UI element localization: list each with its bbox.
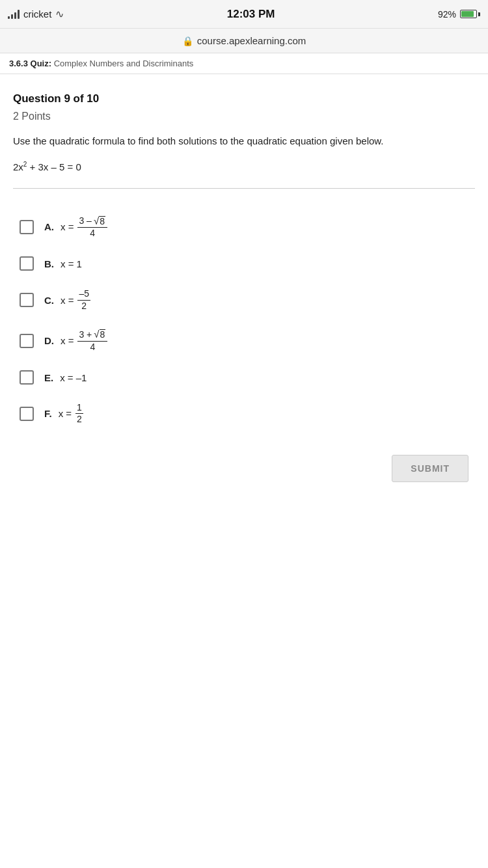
answer-content-a: A. x = 3 – 8 4 (44, 216, 109, 239)
denominator-a: 4 (88, 228, 96, 238)
answer-item-e[interactable]: E. x = –1 (13, 361, 475, 394)
answer-text-d-prefix: x = (61, 335, 74, 346)
answer-text-b: x = 1 (61, 258, 82, 269)
numerator-c: –5 (77, 289, 90, 300)
answer-text-a-prefix: x = (61, 221, 74, 232)
divider (13, 188, 475, 189)
battery-percent: 92% (438, 9, 456, 20)
fraction-a: 3 – 8 4 (77, 216, 107, 239)
answer-content-b: B. x = 1 (44, 258, 82, 269)
answer-text-c-prefix: x = (61, 295, 74, 306)
answer-content-f: F. x = 1 2 (44, 403, 85, 425)
question-text: Use the quadratic formula to find both s… (13, 134, 475, 149)
radical-d: 8 (94, 329, 105, 340)
answer-item-a[interactable]: A. x = 3 – 8 4 (13, 207, 475, 248)
answer-item-d[interactable]: D. x = 3 + 8 4 (13, 320, 475, 361)
numerator-d: 3 + 8 (77, 329, 107, 342)
denominator-d: 4 (88, 342, 96, 352)
checkbox-f[interactable] (20, 407, 34, 421)
fraction-d: 3 + 8 4 (77, 329, 107, 352)
quiz-title: Complex Numbers and Discriminants (54, 59, 194, 68)
battery-icon (460, 10, 480, 18)
answer-label-c: C. (44, 295, 54, 306)
url-bar[interactable]: 🔒 course.apexlearning.com (0, 29, 488, 53)
answer-label-b: B. (44, 258, 54, 269)
denominator-f: 2 (75, 414, 83, 424)
wifi-icon: ∿ (55, 8, 64, 20)
url-text: course.apexlearning.com (197, 35, 306, 46)
status-bar: cricket ∿ 12:03 PM 92% (0, 0, 488, 29)
fraction-f: 1 2 (75, 403, 83, 425)
checkbox-e[interactable] (20, 370, 34, 385)
checkbox-a[interactable] (20, 220, 34, 234)
lock-icon: 🔒 (182, 36, 193, 46)
radical-a: 8 (94, 216, 105, 227)
status-right: 92% (438, 9, 480, 20)
answer-content-c: C. x = –5 2 (44, 289, 92, 311)
answer-item-f[interactable]: F. x = 1 2 (13, 394, 475, 434)
status-left: cricket ∿ (8, 8, 64, 20)
fraction-c: –5 2 (77, 289, 90, 311)
equation: 2x2 + 3x – 5 = 0 (13, 161, 475, 172)
checkbox-b[interactable] (20, 256, 34, 271)
answer-content-e: E. x = –1 (44, 372, 87, 383)
checkbox-d[interactable] (20, 334, 34, 348)
answer-label-d: D. (44, 335, 54, 346)
numerator-a: 3 – 8 (77, 216, 107, 228)
time-display: 12:03 PM (227, 8, 275, 21)
denominator-c: 2 (80, 301, 88, 311)
answer-label-e: E. (44, 372, 53, 383)
submit-container: SUBMIT (13, 455, 475, 482)
answer-item-c[interactable]: C. x = –5 2 (13, 280, 475, 320)
quiz-label: Quiz: (31, 59, 52, 68)
main-content: Question 9 of 10 2 Points Use the quadra… (0, 74, 488, 508)
answer-text-e: x = –1 (60, 372, 87, 383)
answer-label-a: A. (44, 221, 54, 232)
answer-label-f: F. (44, 408, 52, 419)
signal-icon (8, 10, 20, 19)
answer-item-b[interactable]: B. x = 1 (13, 247, 475, 280)
answer-list: A. x = 3 – 8 4 B. x = 1 C. (13, 207, 475, 434)
numerator-f: 1 (75, 403, 83, 414)
points-label: 2 Points (13, 111, 475, 122)
answer-content-d: D. x = 3 + 8 4 (44, 329, 109, 352)
carrier-label: cricket (23, 8, 51, 20)
section-label: 3.6.3 (9, 59, 28, 68)
checkbox-c[interactable] (20, 293, 34, 307)
submit-button[interactable]: SUBMIT (392, 455, 468, 482)
question-header: Question 9 of 10 (13, 92, 475, 105)
answer-text-f-prefix: x = (59, 408, 72, 419)
breadcrumb: 3.6.3 Quiz: Complex Numbers and Discrimi… (0, 53, 488, 74)
